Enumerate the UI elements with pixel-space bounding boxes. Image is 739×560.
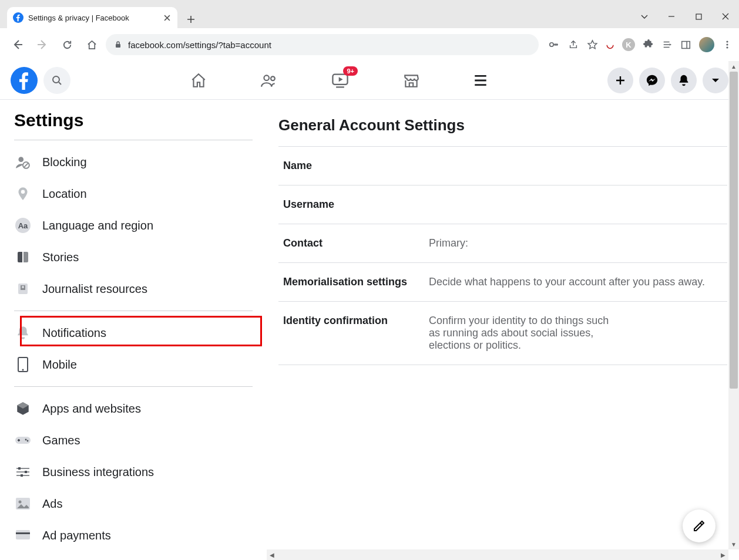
image-icon — [14, 495, 32, 512]
svg-rect-25 — [18, 467, 21, 470]
svg-text:Aa: Aa — [18, 221, 28, 230]
chevron-down-icon[interactable] — [631, 5, 658, 28]
new-tab-button[interactable] — [182, 11, 200, 28]
slider-icon — [14, 463, 32, 481]
phone-icon — [14, 356, 32, 373]
settings-row[interactable]: Name — [278, 146, 727, 185]
nav-menu-icon[interactable] — [473, 73, 488, 88]
url-text: facebook.com/settings/?tab=account — [128, 40, 271, 50]
share-icon[interactable] — [568, 39, 579, 50]
svg-rect-31 — [16, 532, 30, 534]
sidebar-item-notifications[interactable]: Notifications — [14, 317, 253, 349]
nav-marketplace-icon[interactable] — [402, 72, 420, 89]
home-button[interactable] — [81, 34, 102, 55]
svg-point-19 — [22, 286, 24, 288]
sidebar-item-apps-and-websites[interactable]: Apps and websites — [14, 393, 253, 424]
row-value: Decide what happens to your account afte… — [429, 276, 723, 288]
svg-point-24 — [27, 440, 29, 442]
book-icon — [14, 248, 32, 266]
sidebar-item-ad-payments[interactable]: Ad payments — [14, 519, 253, 551]
scroll-thumb[interactable] — [730, 72, 738, 389]
svg-point-7 — [726, 46, 728, 48]
row-label: Contact — [283, 237, 429, 249]
row-label: Name — [283, 160, 429, 172]
sidebar-item-mobile[interactable]: Mobile — [14, 349, 253, 380]
nav-home-icon[interactable] — [190, 72, 207, 89]
sidebar-item-label: Games — [42, 434, 80, 447]
forward-button[interactable] — [32, 34, 53, 55]
separator — [14, 311, 253, 311]
reload-button[interactable] — [56, 34, 78, 55]
nav-friends-icon[interactable] — [260, 72, 278, 89]
key-icon[interactable] — [548, 39, 560, 50]
messenger-button[interactable] — [639, 68, 665, 93]
vertical-scrollbar[interactable]: ▲ ▼ — [728, 61, 739, 549]
star-icon[interactable] — [587, 39, 598, 50]
sidebar-item-label: Location — [42, 187, 87, 201]
extensions-icon[interactable] — [643, 39, 654, 50]
sidebar-item-label: Blocking — [42, 156, 87, 169]
close-window-button[interactable] — [712, 5, 739, 28]
row-label: Identity confirmation — [283, 315, 429, 352]
pin-icon — [14, 185, 32, 203]
settings-row[interactable]: Identity confirmationConfirm your identi… — [278, 301, 727, 365]
separator — [14, 386, 253, 387]
facebook-logo[interactable] — [11, 67, 38, 94]
row-label: Username — [283, 198, 429, 211]
horizontal-scrollbar[interactable]: ◀ ▶ — [267, 549, 728, 560]
sidebar-item-journalist-resources[interactable]: Journalist resources — [14, 273, 253, 305]
svg-rect-27 — [21, 474, 23, 477]
sidebar-item-language-and-region[interactable]: AaLanguage and region — [14, 210, 253, 241]
tab-close-icon[interactable] — [162, 13, 172, 22]
back-button[interactable] — [7, 34, 28, 55]
create-button[interactable] — [607, 68, 633, 93]
menu-icon[interactable] — [723, 40, 732, 49]
newspaper-icon — [14, 280, 32, 298]
svg-point-3 — [550, 43, 553, 46]
media-icon[interactable] — [662, 39, 673, 50]
mcafee-icon[interactable]: ◡ — [606, 39, 614, 50]
row-value — [429, 160, 723, 172]
svg-rect-2 — [116, 44, 120, 48]
settings-row[interactable]: Memorialisation settingsDecide what happ… — [278, 262, 727, 301]
scroll-right-arrow[interactable]: ▶ — [718, 549, 728, 560]
sidebar-item-stories[interactable]: Stories — [14, 241, 253, 273]
sidebar-item-games[interactable]: Games — [14, 424, 253, 456]
svg-point-9 — [53, 76, 59, 83]
window-controls — [631, 5, 739, 28]
maximize-button[interactable] — [685, 5, 712, 28]
sidebar-item-label: Language and region — [42, 219, 153, 232]
sidebar-item-blocking[interactable]: Blocking — [14, 146, 253, 178]
sidebar-item-business-integrations[interactable]: Business integrations — [14, 456, 253, 488]
sidebar-item-label: Journalist resources — [42, 282, 147, 296]
row-value — [429, 198, 723, 211]
settings-row[interactable]: ContactPrimary: — [278, 224, 727, 262]
nav-watch-icon[interactable]: 9+ — [331, 71, 350, 90]
browser-titlebar: Settings & privacy | Facebook — [0, 0, 739, 28]
sidebar-item-location[interactable]: Location — [14, 178, 253, 210]
compose-fab[interactable] — [683, 510, 716, 542]
notifications-button[interactable] — [671, 68, 697, 93]
tab-title: Settings & privacy | Facebook — [28, 14, 157, 22]
scroll-left-arrow[interactable]: ◀ — [267, 549, 277, 560]
gamepad-icon — [14, 431, 32, 449]
settings-row[interactable]: Username — [278, 185, 727, 224]
panel-icon[interactable] — [681, 40, 691, 50]
account-button[interactable] — [703, 68, 728, 93]
profile-avatar[interactable] — [699, 37, 714, 52]
browser-chrome: Settings & privacy | Facebook facebook.c… — [0, 0, 739, 61]
svg-rect-26 — [25, 471, 27, 473]
scroll-up-arrow[interactable]: ▲ — [728, 61, 739, 72]
facebook-search-button[interactable] — [43, 67, 70, 94]
address-bar[interactable]: facebook.com/settings/?tab=account — [106, 34, 539, 55]
browser-toolbar: facebook.com/settings/?tab=account ◡ K — [0, 28, 739, 61]
svg-rect-1 — [696, 14, 701, 19]
svg-point-6 — [726, 43, 728, 45]
minimize-button[interactable] — [658, 5, 685, 28]
lock-icon — [114, 41, 122, 49]
svg-point-5 — [726, 41, 728, 42]
extension-k-icon[interactable]: K — [622, 38, 635, 51]
sidebar-item-ads[interactable]: Ads — [14, 488, 253, 519]
scroll-down-arrow[interactable]: ▼ — [728, 539, 739, 549]
browser-tab[interactable]: Settings & privacy | Facebook — [7, 7, 177, 28]
